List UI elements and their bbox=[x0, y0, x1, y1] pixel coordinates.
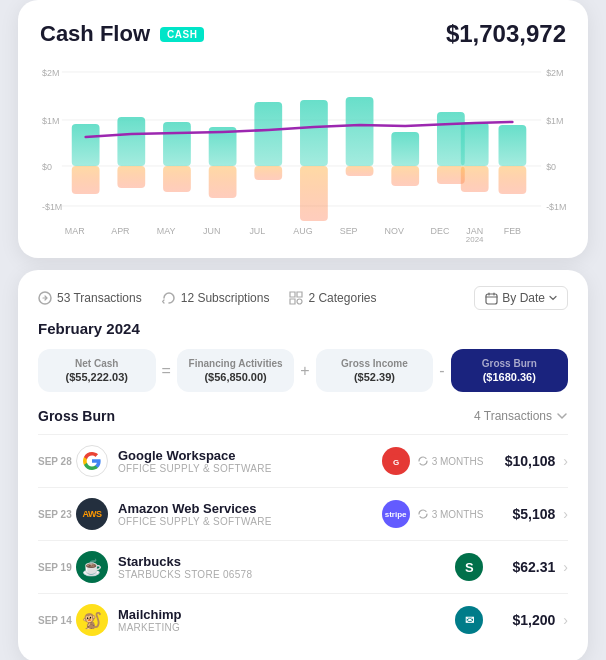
tx-badge-area: ✉ bbox=[455, 606, 483, 634]
subscriptions-stat: 12 Subscriptions bbox=[162, 291, 270, 305]
sort-by-date-button[interactable]: By Date bbox=[474, 286, 568, 310]
gross-burn-value: ($1680.36) bbox=[461, 371, 559, 383]
svg-text:FEB: FEB bbox=[504, 226, 521, 236]
financing-metric: Financing Activities ($56,850.00) bbox=[177, 349, 295, 392]
net-cash-metric: Net Cash ($55,222.03) bbox=[38, 349, 156, 392]
svg-rect-30 bbox=[461, 122, 489, 166]
tx-logo-mailchimp: 🐒 bbox=[76, 604, 108, 636]
subscriptions-icon bbox=[162, 291, 176, 305]
svg-rect-28 bbox=[437, 112, 465, 166]
svg-text:$1M: $1M bbox=[42, 116, 59, 126]
tx-info: Google Workspace Office Supply & Softwar… bbox=[118, 448, 382, 474]
tx-sub: STARBUCKS STORE 06578 bbox=[118, 569, 455, 580]
svg-text:AUG: AUG bbox=[293, 226, 312, 236]
svg-rect-16 bbox=[163, 122, 191, 166]
svg-rect-15 bbox=[117, 166, 145, 188]
svg-rect-31 bbox=[461, 166, 489, 192]
tx-badge-area: stripe 3 MONTHS bbox=[382, 500, 484, 528]
svg-rect-14 bbox=[117, 117, 145, 166]
svg-text:-$1M: -$1M bbox=[546, 202, 566, 212]
transactions-icon bbox=[38, 291, 52, 305]
tx-recur: 3 MONTHS bbox=[418, 509, 484, 520]
tx-recur: 3 MONTHS bbox=[418, 456, 484, 467]
tx-name: Amazon Web Services bbox=[118, 501, 382, 516]
tx-amount: $1,200 bbox=[495, 612, 555, 628]
tx-chevron[interactable]: › bbox=[563, 506, 568, 522]
svg-text:G: G bbox=[393, 458, 399, 467]
card-header: Cash Flow CASH $1,703,972 bbox=[40, 20, 566, 48]
tx-date: SEP 28 bbox=[38, 456, 76, 467]
cash-flow-card: Cash Flow CASH $1,703,972 $2M $1M $0 -$1… bbox=[18, 0, 588, 258]
svg-text:JUN: JUN bbox=[203, 226, 220, 236]
tx-badge: ✉ bbox=[455, 606, 483, 634]
financing-value: ($56,850.00) bbox=[187, 371, 285, 383]
transaction-row: SEP 14 🐒 Mailchimp Marketing ✉ $1,200 › bbox=[38, 593, 568, 646]
transaction-row: SEP 19 ☕ Starbucks STARBUCKS STORE 06578… bbox=[38, 540, 568, 593]
tx-info: Mailchimp Marketing bbox=[118, 607, 455, 633]
net-cash-value: ($55,222.03) bbox=[48, 371, 146, 383]
svg-rect-33 bbox=[499, 166, 527, 194]
gross-income-label: Gross Income bbox=[326, 358, 424, 369]
tx-badge: stripe bbox=[382, 500, 410, 528]
svg-text:NOV: NOV bbox=[385, 226, 404, 236]
transactions-card: 53 Transactions 12 Subscriptions 2 Categ… bbox=[18, 270, 588, 660]
transaction-row: SEP 28 Google Workspace Office Supply & … bbox=[38, 434, 568, 487]
gross-income-value: ($52.39) bbox=[326, 371, 424, 383]
svg-rect-24 bbox=[346, 97, 374, 166]
svg-text:DEC: DEC bbox=[431, 226, 450, 236]
tx-badge-area: S bbox=[455, 553, 483, 581]
tx-info: Starbucks STARBUCKS STORE 06578 bbox=[118, 554, 455, 580]
svg-text:JUL: JUL bbox=[249, 226, 265, 236]
operator-eq: = bbox=[162, 349, 171, 392]
tx-name: Starbucks bbox=[118, 554, 455, 569]
tx-amount: $10,108 bbox=[495, 453, 555, 469]
svg-text:$2M: $2M bbox=[546, 68, 563, 78]
operator-minus: - bbox=[439, 349, 444, 392]
svg-rect-27 bbox=[391, 166, 419, 186]
chevron-down-icon bbox=[549, 294, 557, 302]
subscriptions-count: 12 Subscriptions bbox=[181, 291, 270, 305]
tx-name: Google Workspace bbox=[118, 448, 382, 463]
transactions-stat: 53 Transactions bbox=[38, 291, 142, 305]
transaction-row: SEP 23 AWS Amazon Web Services Office Su… bbox=[38, 487, 568, 540]
svg-text:MAY: MAY bbox=[157, 226, 176, 236]
gross-income-metric: Gross Income ($52.39) bbox=[316, 349, 434, 392]
svg-text:-$1M: -$1M bbox=[42, 202, 62, 212]
categories-icon bbox=[289, 291, 303, 305]
tx-chevron[interactable]: › bbox=[563, 612, 568, 628]
expand-icon[interactable] bbox=[556, 410, 568, 422]
tx-name: Mailchimp bbox=[118, 607, 455, 622]
gross-burn-metric: Gross Burn ($1680.36) bbox=[451, 349, 569, 392]
tx-chevron[interactable]: › bbox=[563, 559, 568, 575]
card-title: Cash Flow bbox=[40, 21, 150, 47]
tx-badge-area: G 3 MONTHS bbox=[382, 447, 484, 475]
tx-amount: $62.31 bbox=[495, 559, 555, 575]
transactions-count: 53 Transactions bbox=[57, 291, 142, 305]
title-group: Cash Flow CASH bbox=[40, 21, 204, 47]
svg-rect-17 bbox=[163, 166, 191, 192]
metrics-row: Net Cash ($55,222.03) = Financing Activi… bbox=[38, 349, 568, 392]
net-cash-label: Net Cash bbox=[48, 358, 146, 369]
section-header: Gross Burn 4 Transactions bbox=[38, 408, 568, 424]
svg-text:2024: 2024 bbox=[466, 235, 484, 242]
svg-text:$0: $0 bbox=[546, 162, 556, 172]
tx-amount: $5,108 bbox=[495, 506, 555, 522]
svg-rect-12 bbox=[72, 124, 100, 166]
tx-sub: Office Supply & Software bbox=[118, 463, 382, 474]
svg-text:$1M: $1M bbox=[546, 116, 563, 126]
card-total: $1,703,972 bbox=[446, 20, 566, 48]
svg-rect-21 bbox=[254, 166, 282, 180]
tx-logo-starbucks: ☕ bbox=[76, 551, 108, 583]
tx-chevron[interactable]: › bbox=[563, 453, 568, 469]
categories-stat: 2 Categories bbox=[289, 291, 376, 305]
svg-rect-23 bbox=[300, 166, 328, 221]
tx-info: Amazon Web Services Office Supply & Soft… bbox=[118, 501, 382, 527]
tx-date: SEP 14 bbox=[38, 615, 76, 626]
calendar-icon bbox=[485, 292, 498, 305]
tx-badge: S bbox=[455, 553, 483, 581]
gross-burn-label: Gross Burn bbox=[461, 358, 559, 369]
svg-rect-32 bbox=[499, 125, 527, 166]
financing-label: Financing Activities bbox=[187, 358, 285, 369]
svg-rect-26 bbox=[391, 132, 419, 166]
tx-sub: Office Supply & Software bbox=[118, 516, 382, 527]
